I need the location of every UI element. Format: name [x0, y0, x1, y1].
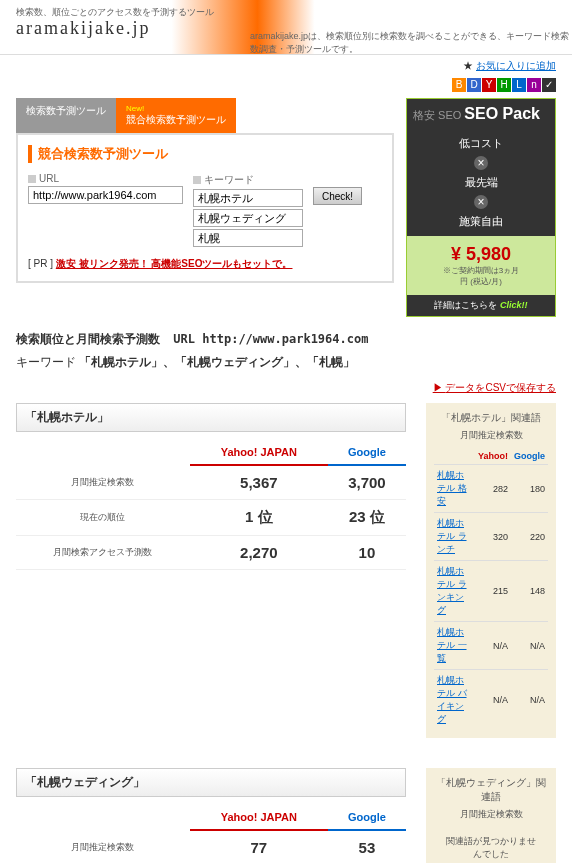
tab-search-prediction[interactable]: 検索数予測ツール [16, 98, 116, 133]
keyword-input-1[interactable] [193, 189, 303, 207]
bookmark-icon[interactable]: L [512, 78, 526, 92]
related-keyword: 札幌ホテル ランチ [434, 513, 475, 561]
result-keywords: キーワード 「札幌ホテル」、「札幌ウェディング」、「札幌」 [0, 354, 572, 371]
bookmark-icons: BDYHLn✓ [0, 77, 572, 98]
tool-tabs: 検索数予測ツール New! 競合検索数予測ツール [16, 98, 394, 133]
metric-label: 月間推定検索数 [16, 830, 190, 863]
url-label: URL [28, 173, 183, 184]
metric-label: 現在の順位 [16, 500, 190, 536]
yahoo-value: 5,367 [190, 465, 328, 500]
yahoo-value: 2,270 [190, 536, 328, 570]
check-button[interactable]: Check! [313, 187, 362, 205]
related-keyword: 札幌ホテル ランキング [434, 561, 475, 622]
bookmark-icon[interactable]: n [527, 78, 541, 92]
tool-form: 競合検索数予測ツール URL キーワード Check! [ PR ] [16, 133, 394, 283]
result-heading: 検索順位と月間検索予測数 URL http://www.park1964.com [0, 331, 572, 348]
google-value: 23 位 [328, 500, 406, 536]
metric-label: 月間推定検索数 [16, 465, 190, 500]
x-icon: × [474, 156, 488, 170]
bookmark-icon[interactable]: B [452, 78, 466, 92]
pr-line: [ PR ] 激安 被リンク発売！ 高機能SEOツールもセットで。 [28, 257, 382, 271]
keyword-input-2[interactable] [193, 209, 303, 227]
metric-label: 月間検索アクセス予測数 [16, 536, 190, 570]
yahoo-value: 1 位 [190, 500, 328, 536]
url-input[interactable] [28, 186, 183, 204]
bookmark-icon[interactable]: H [497, 78, 511, 92]
google-column: Google [328, 805, 406, 830]
yahoo-value: 77 [190, 830, 328, 863]
google-value: 53 [328, 830, 406, 863]
related-keywords-panel: 「札幌ホテル」関連語月間推定検索数Yahoo!Google札幌ホテル 格安282… [426, 403, 556, 738]
new-badge: New! [126, 104, 226, 113]
related-keyword: 札幌ホテル バイキング [434, 670, 475, 731]
tab-competitor-prediction[interactable]: New! 競合検索数予測ツール [116, 98, 236, 133]
keyword-label: 「札幌ホテル」 [16, 403, 406, 432]
keyword-label: 「札幌ウェディング」 [16, 768, 406, 797]
bookmark-icon[interactable]: D [467, 78, 481, 92]
add-favorite-link[interactable]: お気に入りに追加 [476, 60, 556, 71]
google-value: 10 [328, 536, 406, 570]
keyword-label: キーワード [193, 173, 303, 187]
google-value: 3,700 [328, 465, 406, 500]
bookmark-icon[interactable]: ✓ [542, 78, 556, 92]
csv-export-link[interactable]: データをCSVで保存する [433, 382, 556, 393]
keyword-input-3[interactable] [193, 229, 303, 247]
related-keyword: 札幌ホテル 一覧 [434, 622, 475, 670]
yahoo-column: Yahoo! JAPAN [190, 440, 328, 465]
favorites-row: ★ お気に入りに追加 [0, 55, 572, 77]
site-header: 検索数、順位ごとのアクセス数を予測するツール aramakijake.jp ar… [0, 0, 572, 55]
google-column: Google [328, 440, 406, 465]
bookmark-icon[interactable]: Y [482, 78, 496, 92]
tool-title: 競合検索数予測ツール [28, 145, 382, 163]
pr-link[interactable]: 激安 被リンク発売！ 高機能SEOツールもセットで。 [56, 258, 293, 269]
yahoo-column: Yahoo! JAPAN [190, 805, 328, 830]
related-keywords-panel: 「札幌ウェディング」関連語月間推定検索数関連語が見つかりませんでした [426, 768, 556, 863]
site-description: aramakijake.jpは、検索順位別に検索数を調べることができる、キーワー… [250, 30, 572, 56]
seo-pack-ad[interactable]: 格安 SEO SEO Pack 低コスト × 最先端 × 施策自由 ¥ 5,98… [406, 98, 556, 317]
related-keyword: 札幌ホテル 格安 [434, 465, 475, 513]
x-icon: × [474, 195, 488, 209]
logo[interactable]: aramakijake.jp [16, 18, 150, 39]
